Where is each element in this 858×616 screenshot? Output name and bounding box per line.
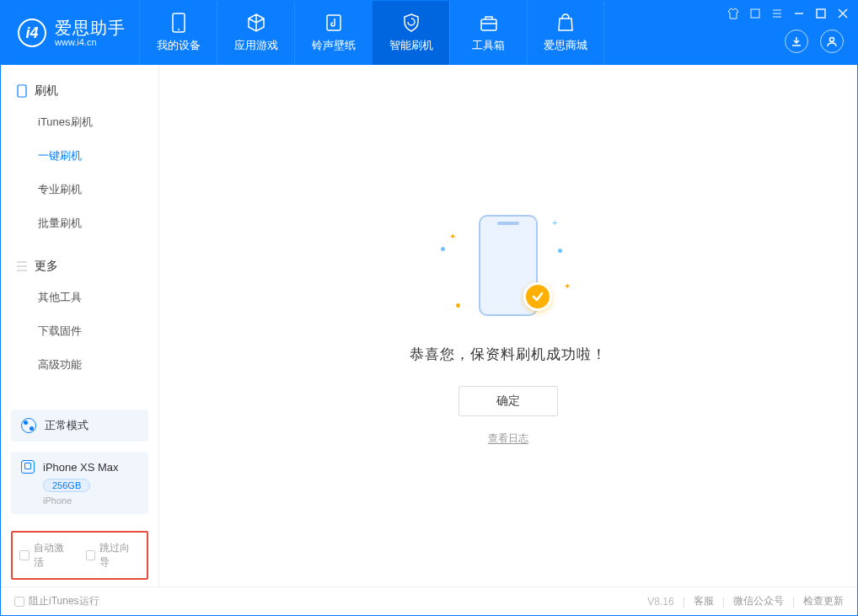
footer: 阻止iTunes运行 V8.16 | 客服 | 微信公众号 | 检查更新 [1,587,857,615]
tab-smart-flash[interactable]: 智能刷机 [372,1,449,65]
storage-badge: 256GB [43,479,90,492]
dot-icon [441,247,445,251]
svg-rect-5 [817,9,825,18]
tab-apps[interactable]: 应用游戏 [217,1,294,65]
sparkle-icon: ✦ [449,232,456,241]
svg-rect-3 [481,19,496,30]
sidebar-header-label: 更多 [35,259,58,274]
device-small-icon [21,460,35,474]
tab-my-device[interactable]: 我的设备 [139,1,217,65]
success-illustration: ✦ + ✦ [441,206,576,324]
tab-label: 爱思商城 [544,38,587,53]
sidebar-header-flash: 刷机 [1,77,158,105]
phone-small-icon [16,85,28,97]
checkbox-icon [86,550,96,560]
sidebar-section-flash: 刷机 iTunes刷机 一键刷机 专业刷机 批量刷机 [1,65,158,240]
music-icon [324,13,344,33]
sidebar-item-download-firmware[interactable]: 下载固件 [1,314,158,348]
user-button[interactable] [820,29,844,53]
main-tabs: 我的设备 应用游戏 铃声壁纸 智能刷机 工具箱 爱思商城 [139,1,604,65]
mode-box[interactable]: 正常模式 [11,410,148,442]
tab-label: 智能刷机 [389,38,433,53]
sidebar-header-label: 刷机 [35,83,58,99]
sparkle-icon: ✦ [564,281,571,291]
sidebar-section-more: 更多 其他工具 下载固件 高级功能 [1,240,158,382]
view-log-link[interactable]: 查看日志 [488,431,528,446]
success-message: 恭喜您，保资料刷机成功啦！ [410,345,607,364]
sidebar: 刷机 iTunes刷机 一键刷机 专业刷机 批量刷机 更多 其他工具 下载固件 … [1,65,159,587]
checkbox-label: 自动激活 [34,541,74,570]
sidebar-header-more: 更多 [1,252,158,281]
sidebar-item-pro-flash[interactable]: 专业刷机 [1,173,158,206]
checkbox-auto-activate[interactable]: 自动激活 [19,541,74,570]
dot-icon [558,249,562,253]
cube-icon [246,13,266,33]
minimize-icon[interactable] [793,8,805,19]
close-icon[interactable] [837,8,849,19]
maximize-icon[interactable] [815,8,827,19]
sparkle-icon: + [552,218,557,228]
body: 刷机 iTunes刷机 一键刷机 专业刷机 批量刷机 更多 其他工具 下载固件 … [1,65,857,587]
main-content: ✦ + ✦ 恭喜您，保资料刷机成功啦！ 确定 查看日志 [159,65,857,587]
tab-toolbox[interactable]: 工具箱 [449,1,527,65]
version-label: V8.16 [647,596,673,608]
device-icon [169,13,189,33]
checkbox-block-itunes[interactable]: 阻止iTunes运行 [14,594,99,608]
checkmark-badge-icon [523,282,552,311]
tab-label: 我的设备 [157,38,201,53]
tab-label: 铃声壁纸 [312,38,356,53]
checkbox-label: 阻止iTunes运行 [29,594,99,608]
svg-rect-2 [327,15,341,30]
device-row: iPhone XS Max [21,460,138,474]
device-box[interactable]: iPhone XS Max 256GB iPhone [11,452,148,514]
support-link[interactable]: 客服 [694,594,714,608]
checkbox-icon [19,550,29,560]
tab-store[interactable]: 爱思商城 [527,1,604,65]
footer-right: V8.16 | 客服 | 微信公众号 | 检查更新 [647,594,844,608]
ok-button[interactable]: 确定 [458,386,558,416]
square-icon[interactable] [749,8,761,19]
svg-point-6 [830,38,834,42]
logo-area: i4 爱思助手 www.i4.cn [1,1,139,65]
device-name: iPhone XS Max [43,461,119,474]
header-right [785,29,844,53]
menu-icon[interactable] [771,8,783,19]
bag-icon [555,13,576,33]
tab-label: 应用游戏 [234,38,278,53]
svg-rect-4 [751,9,759,18]
sidebar-item-one-click-flash[interactable]: 一键刷机 [1,139,158,173]
sidebar-item-batch-flash[interactable]: 批量刷机 [1,206,158,240]
mode-icon [21,418,36,433]
options-highlight: 自动激活 跳过向导 [11,531,148,580]
header: i4 爱思助手 www.i4.cn 我的设备 应用游戏 铃声壁纸 智能刷机 [1,1,857,65]
download-button[interactable] [785,29,808,53]
sidebar-item-advanced[interactable]: 高级功能 [1,348,158,382]
list-icon [16,260,28,272]
toolbox-icon [479,13,499,33]
checkbox-skip-guide[interactable]: 跳过向导 [86,541,141,570]
shield-icon [401,13,421,33]
wechat-link[interactable]: 微信公众号 [733,594,784,608]
sidebar-item-itunes-flash[interactable]: iTunes刷机 [1,105,158,139]
checkbox-label: 跳过向导 [99,541,140,570]
titlebar-controls [727,8,849,19]
checkbox-icon [14,597,24,607]
logo-text: 爱思助手 www.i4.cn [55,19,126,47]
device-type: iPhone [43,495,138,506]
sidebar-item-other-tools[interactable]: 其他工具 [1,281,158,314]
logo-icon: i4 [18,19,46,47]
svg-point-1 [178,29,180,30]
svg-rect-7 [18,85,26,97]
app-window: i4 爱思助手 www.i4.cn 我的设备 应用游戏 铃声壁纸 智能刷机 [0,0,858,616]
mode-label: 正常模式 [45,418,88,433]
dot-icon [456,303,460,308]
tab-label: 工具箱 [472,38,505,53]
tab-ringtones[interactable]: 铃声壁纸 [294,1,372,65]
update-link[interactable]: 检查更新 [803,594,844,608]
app-subtitle: www.i4.cn [55,37,126,47]
app-title: 爱思助手 [55,19,126,37]
shirt-icon[interactable] [727,8,739,19]
